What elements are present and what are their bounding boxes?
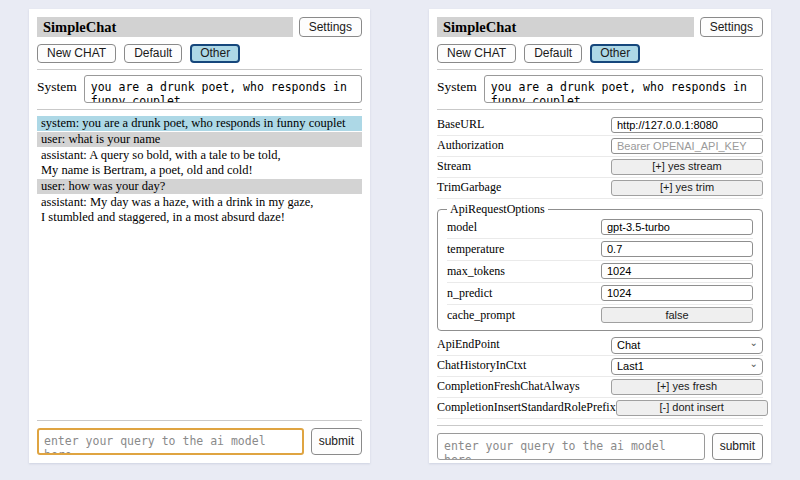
- max-tokens-label: max_tokens: [447, 264, 505, 279]
- system-prompt-input[interactable]: you are a drunk poet, who responds in fu…: [484, 75, 763, 103]
- setting-row-temperature: temperature: [447, 239, 753, 261]
- trimgarbage-label: TrimGarbage: [437, 180, 501, 195]
- chathistoryinctxt-label: ChatHistoryInCtxt: [437, 358, 526, 373]
- message-line: My name is Bertram, a poet, old and cold…: [41, 163, 358, 178]
- setting-row-completionfreshchatalways: CompletionFreshChatAlways [+] yes fresh: [437, 377, 763, 398]
- authorization-label: Authorization: [437, 138, 504, 153]
- app-title: SimpleChat: [37, 17, 293, 37]
- cache-prompt-toggle-button[interactable]: false: [601, 307, 753, 323]
- setting-row-chathistoryinctxt: ChatHistoryInCtxt Last1 ⌄: [437, 356, 763, 377]
- app-title: SimpleChat: [437, 17, 694, 37]
- message-line: system: you are a drunk poet, who respon…: [41, 116, 358, 131]
- message-line: I stumbled and staggered, in a most absu…: [41, 210, 358, 225]
- model-input[interactable]: [601, 219, 753, 235]
- query-input[interactable]: [37, 428, 304, 455]
- divider: [437, 109, 763, 110]
- completioninsertstandardroleprefix-toggle-button[interactable]: [-] dont insert: [616, 400, 768, 416]
- header: SimpleChat Settings: [37, 17, 362, 37]
- message-line: user: what is your name: [41, 132, 358, 147]
- divider: [37, 420, 362, 421]
- chat-messages: system: you are a drunk poet, who respon…: [37, 116, 362, 226]
- system-prompt-input[interactable]: you are a drunk poet, who responds in fu…: [84, 75, 362, 103]
- authorization-input[interactable]: [611, 138, 763, 154]
- spacer: [37, 226, 362, 414]
- system-prompt-label: System: [37, 75, 77, 95]
- new-chat-button[interactable]: New CHAT: [37, 44, 116, 63]
- settings-button[interactable]: Settings: [700, 17, 763, 37]
- new-chat-button[interactable]: New CHAT: [437, 44, 516, 63]
- model-label: model: [447, 220, 477, 235]
- submit-button[interactable]: submit: [311, 428, 362, 455]
- completionfreshchatalways-toggle-button[interactable]: [+] yes fresh: [611, 379, 763, 395]
- chathistoryinctxt-select-wrap: Last1 ⌄: [611, 356, 763, 375]
- setting-row-completioninsertstandardroleprefix: CompletionInsertStandardRolePrefix [-] d…: [437, 398, 763, 419]
- completioninsertstandardroleprefix-label: CompletionInsertStandardRolePrefix: [437, 400, 616, 415]
- trimgarbage-toggle-button[interactable]: [+] yes trim: [611, 180, 763, 196]
- chat-message-user: user: what is your name: [37, 132, 362, 147]
- settings-button[interactable]: Settings: [299, 17, 362, 37]
- setting-row-cache-prompt: cache_prompt false: [447, 305, 753, 326]
- setting-row-apiendpoint: ApiEndPoint Chat ⌄: [437, 335, 763, 356]
- session-buttons: New CHAT Default Other: [37, 44, 362, 63]
- query-row: submit: [437, 433, 763, 460]
- chat-message-user: user: how was your day?: [37, 179, 362, 194]
- message-line: assistant: My day was a haze, with a dri…: [41, 195, 358, 210]
- session-button-default[interactable]: Default: [124, 44, 182, 63]
- api-request-options-fieldset: ApiRequestOptions model temperature max_…: [437, 202, 763, 331]
- header: SimpleChat Settings: [437, 17, 763, 37]
- setting-row-trimgarbage: TrimGarbage [+] yes trim: [437, 178, 763, 199]
- settings-panel: SimpleChat Settings New CHAT Default Oth…: [429, 9, 771, 463]
- session-button-other[interactable]: Other: [590, 44, 640, 63]
- chat-message-assistant: assistant: A query so bold, with a tale …: [37, 148, 362, 178]
- apiendpoint-select-wrap: Chat ⌄: [611, 335, 763, 354]
- completionfreshchatalways-label: CompletionFreshChatAlways: [437, 379, 580, 394]
- session-button-other[interactable]: Other: [190, 44, 240, 63]
- setting-row-n-predict: n_predict: [447, 283, 753, 305]
- temperature-input[interactable]: [601, 241, 753, 257]
- n-predict-input[interactable]: [601, 285, 753, 301]
- chathistoryinctxt-select[interactable]: Last1: [611, 358, 763, 375]
- baseurl-input[interactable]: [611, 117, 763, 133]
- apiendpoint-select[interactable]: Chat: [611, 337, 763, 354]
- chat-message-assistant: assistant: My day was a haze, with a dri…: [37, 195, 362, 225]
- stream-toggle-button[interactable]: [+] yes stream: [611, 159, 763, 175]
- divider: [437, 69, 763, 70]
- n-predict-label: n_predict: [447, 286, 492, 301]
- divider: [37, 109, 362, 110]
- system-prompt-row: System you are a drunk poet, who respond…: [437, 75, 763, 103]
- setting-row-stream: Stream [+] yes stream: [437, 157, 763, 178]
- session-buttons: New CHAT Default Other: [437, 44, 763, 63]
- apiendpoint-label: ApiEndPoint: [437, 337, 500, 352]
- chat-panel: SimpleChat Settings New CHAT Default Oth…: [29, 9, 370, 463]
- stream-label: Stream: [437, 159, 471, 174]
- chat-message-system: system: you are a drunk poet, who respon…: [37, 116, 362, 131]
- setting-row-max-tokens: max_tokens: [447, 261, 753, 283]
- submit-button[interactable]: submit: [712, 433, 763, 460]
- baseurl-label: BaseURL: [437, 117, 484, 132]
- page: SimpleChat Settings New CHAT Default Oth…: [0, 0, 800, 480]
- setting-row-model: model: [447, 217, 753, 239]
- api-request-options-legend: ApiRequestOptions: [447, 202, 548, 217]
- query-input[interactable]: [437, 433, 705, 460]
- cache-prompt-label: cache_prompt: [447, 308, 515, 323]
- system-prompt-label: System: [437, 75, 477, 95]
- temperature-label: temperature: [447, 242, 504, 257]
- system-prompt-row: System you are a drunk poet, who respond…: [37, 75, 362, 103]
- divider: [437, 425, 763, 426]
- divider: [37, 69, 362, 70]
- max-tokens-input[interactable]: [601, 263, 753, 279]
- session-button-default[interactable]: Default: [524, 44, 582, 63]
- message-line: user: how was your day?: [41, 179, 358, 194]
- setting-row-authorization: Authorization: [437, 136, 763, 157]
- query-row: submit: [37, 428, 362, 455]
- message-line: assistant: A query so bold, with a tale …: [41, 148, 358, 163]
- setting-row-baseurl: BaseURL: [437, 115, 763, 136]
